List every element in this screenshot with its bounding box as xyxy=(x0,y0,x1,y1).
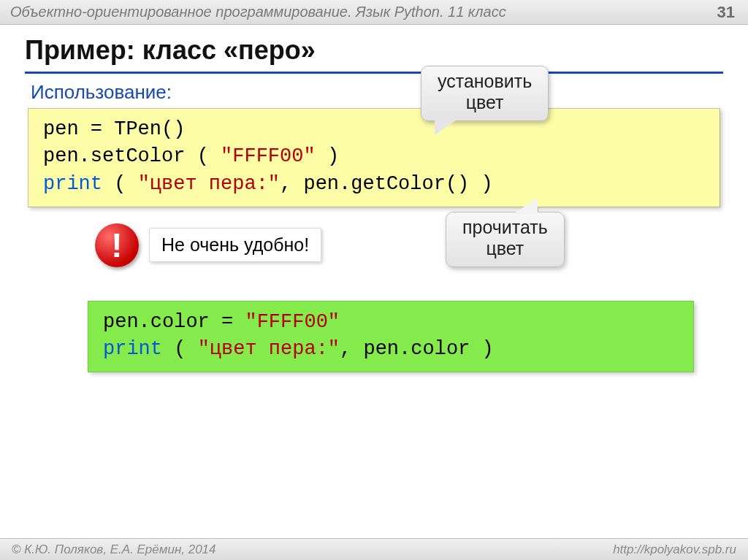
code-string: "FFFF00" xyxy=(221,145,316,167)
code-keyword: print xyxy=(103,338,162,360)
warning-icon: ! xyxy=(95,223,139,267)
code-keyword: print xyxy=(43,173,102,195)
callout-line: установить xyxy=(438,71,532,92)
code-string: "FFFF00" xyxy=(245,311,340,333)
code-block-yellow: pen = TPen() pen.setColor ( "FFFF00" ) p… xyxy=(28,108,720,207)
code-token: TPen() xyxy=(114,118,185,140)
code-token: ) xyxy=(327,145,339,167)
code-token: ) xyxy=(481,173,493,195)
code-line: print ( "цвет пера:", pen.getColor() ) xyxy=(43,171,706,198)
warning-text: Не очень удобно! xyxy=(149,228,321,262)
page-number: 31 xyxy=(717,3,735,22)
course-title: Объектно-ориентированное программировани… xyxy=(10,4,506,20)
code-token: pen.setColor xyxy=(43,145,185,167)
slide-title: Пример: класс «перо» xyxy=(25,35,723,74)
callout-line: цвет xyxy=(462,238,548,259)
code-token: pen.color xyxy=(103,311,210,333)
code-token: ( xyxy=(114,173,126,195)
callout-tail-icon xyxy=(513,198,538,214)
code-token: = xyxy=(221,311,233,333)
code-line: print ( "цвет пера:", pen.color ) xyxy=(103,336,680,363)
code-token: ( xyxy=(174,338,186,360)
code-string: "цвет пера:" xyxy=(138,173,280,195)
callout-line: цвет xyxy=(438,92,532,113)
code-token: ( xyxy=(197,145,209,167)
code-line: pen.setColor ( "FFFF00" ) xyxy=(43,143,706,170)
warning-row: ! Не очень удобно! xyxy=(95,223,723,267)
code-token: ) xyxy=(482,338,494,360)
footer-url: http://kpolyakov.spb.ru xyxy=(613,542,736,557)
code-line: pen.color = "FFFF00" xyxy=(103,309,680,336)
callout-line: прочитать xyxy=(462,217,548,238)
callout-tail-icon xyxy=(435,119,458,135)
code-token: , pen.color xyxy=(340,338,470,360)
code-token: pen xyxy=(43,118,79,140)
code-block-green: pen.color = "FFFF00" print ( "цвет пера:… xyxy=(88,301,694,373)
section-label: Использование: xyxy=(31,81,723,104)
callout-get-color: прочитать цвет xyxy=(446,212,565,267)
code-token: , pen.getColor() xyxy=(280,173,469,195)
header-bar: Объектно-ориентированное программировани… xyxy=(0,0,748,25)
callout-set-color: установить цвет xyxy=(421,66,549,121)
footer-copyright: © К.Ю. Поляков, Е.А. Ерёмин, 2014 xyxy=(12,542,216,557)
footer-bar: © К.Ю. Поляков, Е.А. Ерёмин, 2014 http:/… xyxy=(0,538,748,560)
code-line: pen = TPen() xyxy=(43,116,706,143)
code-string: "цвет пера:" xyxy=(198,338,340,360)
code-token: = xyxy=(91,118,102,140)
